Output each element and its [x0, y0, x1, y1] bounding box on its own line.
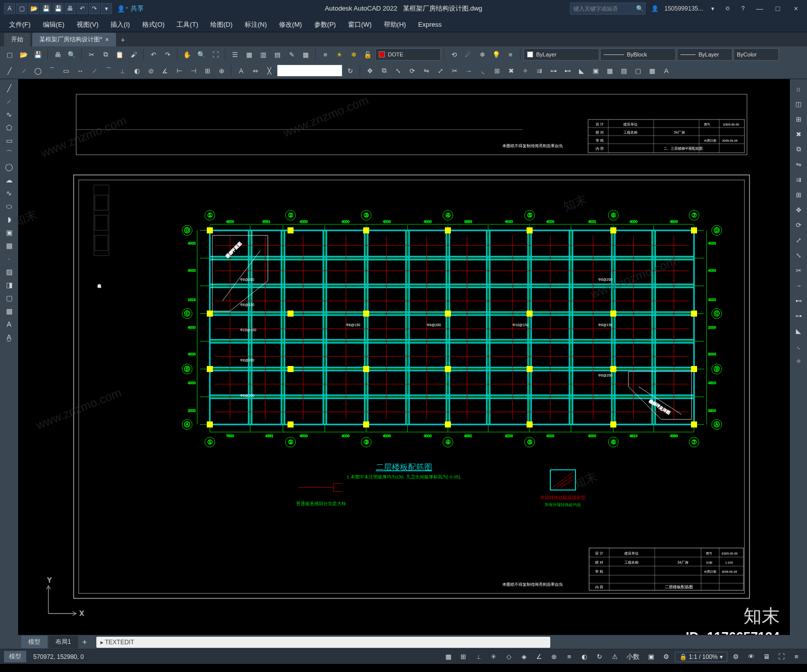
- rb-dim-ordinate-icon[interactable]: ⟂: [116, 64, 129, 77]
- rb-layeroff-icon[interactable]: 💡: [490, 48, 503, 61]
- sb-transparency-icon[interactable]: ◐: [578, 651, 591, 662]
- menu-view[interactable]: 视图(V): [72, 18, 103, 31]
- rb-markup-icon[interactable]: ✎: [285, 48, 298, 61]
- app-logo-icon[interactable]: A: [4, 3, 15, 14]
- rb-redo-icon[interactable]: ↷: [161, 48, 174, 61]
- rt-rotate-icon[interactable]: ⟳: [792, 218, 805, 231]
- rb-mirror-icon[interactable]: ⇋: [420, 64, 433, 77]
- rb-undo-icon[interactable]: ↶: [147, 48, 160, 61]
- rb-open-icon[interactable]: 📂: [17, 48, 30, 61]
- rb-region-icon[interactable]: ▢: [631, 64, 645, 77]
- rb-dimedit-icon[interactable]: A: [235, 64, 248, 77]
- rt-mirror-icon[interactable]: ⇋: [792, 158, 805, 171]
- sb-3dosnap-icon[interactable]: ◈: [517, 651, 531, 662]
- rb-pan-icon[interactable]: ✋: [181, 48, 194, 61]
- rb-array-icon[interactable]: ⊞: [490, 64, 503, 77]
- sb-clean-icon[interactable]: ⛶: [775, 651, 788, 662]
- qat-saveas-icon[interactable]: 💾: [52, 3, 64, 14]
- rb-join-icon[interactable]: ⊶: [547, 64, 560, 77]
- rb-layeriso-icon[interactable]: ☄: [462, 48, 475, 61]
- rb-line-icon[interactable]: ╱: [3, 64, 16, 77]
- rb-rotate-icon[interactable]: ⟳: [406, 64, 419, 77]
- rb-scale-icon[interactable]: ⤢: [434, 64, 447, 77]
- lt-rect-icon[interactable]: ▭: [2, 135, 17, 147]
- viewtab-model[interactable]: 模型: [21, 636, 47, 648]
- autodesk-apps-icon[interactable]: ▾: [707, 3, 718, 14]
- rb-dimupdate-icon[interactable]: ↻: [343, 64, 357, 77]
- rb-layerprev-icon[interactable]: ⟲: [447, 48, 460, 61]
- menu-help[interactable]: 帮助(H): [379, 18, 411, 31]
- rb-arc-icon[interactable]: ⌒: [45, 64, 59, 77]
- lt-region-icon[interactable]: ▢: [2, 292, 17, 304]
- lt-polyline-icon[interactable]: ∿: [2, 108, 17, 120]
- rb-erase-icon[interactable]: ✖: [504, 64, 517, 77]
- rb-preview-icon[interactable]: 🔍: [65, 48, 78, 61]
- rb-break-icon[interactable]: ⊷: [561, 64, 574, 77]
- rt-copy-icon[interactable]: ⧉: [792, 143, 805, 156]
- sb-units-label[interactable]: 小数: [623, 651, 643, 662]
- lt-block-icon[interactable]: ▦: [2, 239, 17, 252]
- sb-dyninput-icon[interactable]: ⊕: [548, 651, 561, 662]
- rb-zoomext-icon[interactable]: ⛶: [209, 48, 222, 61]
- tab-add-button[interactable]: +: [118, 35, 128, 45]
- rb-layers-icon[interactable]: ≡: [319, 48, 332, 61]
- sb-annomonitor-icon[interactable]: ⚠: [608, 651, 621, 662]
- rb-dim-continue-icon[interactable]: ⊢: [172, 64, 186, 77]
- lt-mtext-icon[interactable]: A: [2, 318, 17, 330]
- rb-lock-icon[interactable]: 🔓: [361, 48, 374, 61]
- rb-layerfreeze-icon[interactable]: ❄: [476, 48, 489, 61]
- rt-chamfer-icon[interactable]: ◣: [792, 324, 805, 337]
- menu-format[interactable]: 格式(O): [137, 18, 170, 31]
- stay-connected-icon[interactable]: ⛭: [722, 3, 733, 14]
- menu-file[interactable]: 文件(F): [4, 18, 36, 31]
- lt-ellipsearc-icon[interactable]: ◗: [2, 213, 17, 225]
- maximize-button[interactable]: □: [771, 3, 785, 14]
- menu-tools[interactable]: 工具(T): [171, 18, 203, 31]
- rb-calc-icon[interactable]: ▦: [299, 48, 312, 61]
- rb-dim-diameter-icon[interactable]: ⊘: [144, 64, 157, 77]
- rt-trim-icon[interactable]: ✂: [792, 264, 805, 277]
- tab-start[interactable]: 开始: [4, 33, 30, 46]
- rt-join-icon[interactable]: ⊶: [792, 309, 805, 322]
- lt-ellipse-icon[interactable]: ⬭: [2, 200, 17, 212]
- tab-close-icon[interactable]: ×: [105, 36, 109, 43]
- menu-window[interactable]: 窗口(W): [343, 18, 377, 31]
- viewtab-layout1[interactable]: 布局1: [48, 636, 78, 648]
- rb-fillet-icon[interactable]: ◟: [476, 64, 489, 77]
- rb-trim-icon[interactable]: ✂: [448, 64, 461, 77]
- sb-osnap-icon[interactable]: ◇: [502, 651, 515, 662]
- lt-revcloud-icon[interactable]: ☁: [2, 174, 17, 186]
- menu-edit[interactable]: 编辑(E): [38, 18, 70, 31]
- menu-insert[interactable]: 插入(I): [105, 18, 135, 31]
- sb-polar-icon[interactable]: ✳: [487, 651, 500, 662]
- rb-move-icon[interactable]: ✥: [363, 64, 376, 77]
- sb-cycling-icon[interactable]: ↻: [593, 651, 606, 662]
- sb-grid-icon[interactable]: ▦: [442, 651, 455, 662]
- lt-polygon-icon[interactable]: ⬠: [2, 121, 17, 134]
- user-icon[interactable]: 👤: [649, 3, 660, 14]
- close-button[interactable]: ×: [789, 3, 803, 14]
- rb-table-icon[interactable]: ▦: [646, 64, 659, 77]
- rb-dim-aligned-icon[interactable]: ⟋: [88, 64, 101, 77]
- sb-hardware-icon[interactable]: 🖥: [760, 651, 773, 662]
- rb-zoom-icon[interactable]: 🔍: [195, 48, 208, 61]
- lineweight-dropdown[interactable]: ByBlock: [600, 48, 676, 60]
- rt-explode-icon[interactable]: ✧: [792, 354, 805, 368]
- rt-erase-icon[interactable]: ✖: [792, 128, 805, 141]
- rt-viewcube-icon[interactable]: ◫: [792, 97, 805, 110]
- rb-cut-icon[interactable]: ✂: [85, 48, 98, 61]
- rb-designcenter-icon[interactable]: ▦: [243, 48, 256, 61]
- rb-dimbreak-icon[interactable]: ╳: [263, 64, 276, 77]
- lt-arc-icon[interactable]: ⌒: [2, 148, 17, 160]
- rb-rect-icon[interactable]: ▭: [60, 64, 73, 77]
- rb-offset-icon[interactable]: ⇉: [533, 64, 546, 77]
- rb-dim-linear-icon[interactable]: ↔: [74, 64, 87, 77]
- sb-customize-icon[interactable]: ⚙: [729, 651, 742, 662]
- command-line-input[interactable]: ▸ TEXTEDIT: [96, 637, 550, 648]
- rb-save-icon[interactable]: 💾: [31, 48, 44, 61]
- sb-snap-icon[interactable]: ⊞: [457, 651, 470, 662]
- sb-isolate-icon[interactable]: 👁: [744, 651, 758, 662]
- help-icon[interactable]: ?: [737, 3, 748, 14]
- rt-stretch-icon[interactable]: ⤡: [792, 249, 805, 262]
- sb-otrack-icon[interactable]: ∠: [533, 651, 546, 662]
